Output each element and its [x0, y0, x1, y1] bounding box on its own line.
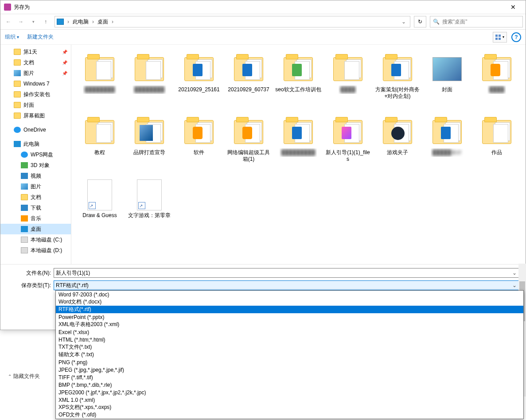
file-item[interactable]: 封面 [422, 51, 472, 114]
sidebar-item[interactable]: 图片 [0, 181, 71, 192]
sidebar-item[interactable]: 音乐 [0, 213, 71, 224]
file-item[interactable]: 20210929_25161 [174, 51, 224, 114]
tree-label: 操作安装包 [23, 91, 50, 98]
filetype-option[interactable]: OFD文件 (*.ofd) [56, 411, 523, 419]
tree-label: 3D 对象 [31, 162, 50, 169]
sidebar-item[interactable]: 第1天📌 [0, 47, 71, 57]
filetype-option[interactable]: TIFF (*.tiff,*.tif) [56, 373, 523, 381]
sidebar-item[interactable]: 视频 [0, 171, 71, 181]
file-item[interactable]: █████████ [273, 114, 323, 177]
file-label: 网络编辑超级工具箱(1) [224, 148, 273, 163]
sidebar-item[interactable]: WPS网盘 [0, 149, 71, 160]
sidebar-item[interactable]: 桌面 [0, 224, 71, 234]
search-input[interactable] [442, 19, 520, 25]
tree-label: 屏幕截图 [23, 112, 45, 120]
sidebar-item[interactable]: 3D 对象 [0, 160, 71, 171]
file-item[interactable]: ↗Draw & Guess [75, 177, 125, 240]
filetype-option[interactable]: HTML (*.htm;*.html) [56, 336, 523, 343]
new-folder-button[interactable]: 新建文件夹 [27, 33, 54, 41]
svg-rect-3 [499, 38, 501, 40]
file-item[interactable]: 新人引导(1)(1)_files [323, 114, 373, 177]
up-button[interactable]: ↑ [40, 16, 51, 27]
filetype-option[interactable]: XML 1.0 (*.xml) [56, 396, 523, 404]
filetype-dropdown-list[interactable]: Word 97-2003 (*.doc)Word文档 (*.docx)RTF格式… [55, 290, 524, 419]
sidebar-item[interactable]: OneDrive [0, 124, 71, 135]
filetype-option[interactable]: 辅助文本 (*.txt) [56, 351, 523, 358]
address-dropdown[interactable]: ⌄ [399, 16, 408, 27]
filetype-option[interactable]: BMP (*.bmp,*.dib,*.rle) [56, 381, 523, 389]
hide-folders-toggle[interactable]: 隐藏文件夹 [8, 319, 40, 420]
filetype-option[interactable]: TXT文件(*.txt) [56, 343, 523, 351]
sidebar-item[interactable]: Windows 7 [0, 78, 71, 89]
file-item[interactable]: ████ [472, 51, 522, 114]
file-item[interactable]: ████████ [125, 51, 174, 114]
file-thumb [281, 116, 316, 148]
file-thumb [231, 116, 266, 148]
forward-button[interactable]: → [16, 16, 26, 27]
tree-label: 本地磁盘 (D:) [31, 247, 62, 254]
breadcrumb-segment[interactable]: 此电脑 [71, 17, 90, 27]
sidebar-item[interactable]: 下载 [0, 202, 71, 213]
filetype-option[interactable]: Word文档 (*.docx) [56, 298, 523, 306]
breadcrumb: 此电脑›桌面› [71, 17, 114, 27]
file-item[interactable]: ████████ [75, 51, 125, 114]
tree-icon [14, 113, 21, 119]
filetype-option[interactable]: RTF格式(*.rtf) [56, 306, 523, 313]
tree-label: 视频 [31, 172, 41, 180]
file-item[interactable]: 软件 [174, 114, 224, 177]
file-item[interactable]: 教程 [75, 114, 125, 177]
sidebar-item[interactable]: 封面 [0, 100, 71, 110]
refresh-button[interactable]: ↻ [414, 16, 426, 27]
file-item[interactable]: 作品 [472, 114, 522, 177]
filetype-option[interactable]: PNG (*.png) [56, 358, 523, 366]
file-item[interactable]: ████ [323, 51, 373, 114]
filetype-option[interactable]: JPEG (*.jpg,*.jpeg,*.jpe,*.jif) [56, 366, 523, 373]
sidebar-item[interactable]: 本地磁盘 (D:) [0, 245, 71, 256]
file-label: 封面 [440, 86, 454, 94]
organize-button[interactable]: 组织 [5, 33, 19, 41]
filename-combo[interactable]: ⌄ [54, 268, 520, 278]
filename-input[interactable] [56, 270, 511, 276]
filename-dropdown[interactable]: ⌄ [511, 270, 518, 276]
filetype-combo[interactable]: RTF格式(*.rtf) ⌄ [54, 280, 520, 290]
tree-icon [21, 237, 28, 243]
sidebar-item[interactable]: 文档📌 [0, 57, 71, 68]
file-item[interactable]: 游戏夹子 [373, 114, 422, 177]
file-item[interactable]: 方案策划(对外商务+对内企划) [373, 51, 422, 114]
view-mode-button[interactable]: ▾ [493, 32, 507, 43]
file-item[interactable]: 品牌打造宣导 [125, 114, 174, 177]
tree-label: WPS网盘 [31, 151, 53, 159]
sidebar-item[interactable]: 此电脑 [0, 139, 71, 149]
pin-icon: 📌 [62, 50, 67, 54]
pc-icon [57, 19, 64, 25]
address-bar[interactable]: › 此电脑›桌面› ⌄ [55, 16, 410, 27]
breadcrumb-segment[interactable]: 桌面 [96, 17, 110, 27]
recent-dropdown[interactable]: ▾ [28, 16, 39, 27]
dialog-title: 另存为 [14, 4, 30, 11]
file-pane[interactable]: ████████████████20210929_2516120210929_6… [71, 45, 526, 264]
filetype-option[interactable]: XPS文档(*.xps,*.oxps) [56, 404, 523, 411]
close-button[interactable]: ✕ [504, 1, 522, 13]
sidebar-item[interactable]: 操作安装包 [0, 89, 71, 100]
sidebar-item[interactable]: 本地磁盘 (C:) [0, 234, 71, 245]
search-box[interactable]: 🔍 [430, 16, 523, 27]
tree-label: 封面 [23, 101, 34, 109]
file-item[interactable]: 20210929_60737 [224, 51, 273, 114]
back-button[interactable]: ← [3, 16, 14, 27]
file-item[interactable]: seo软文工作培训包 [273, 51, 323, 114]
filetype-option[interactable]: JPEG2000 (*.jpf,*.jpx,*.jp2,*.j2k,*.jpc) [56, 389, 523, 396]
file-item[interactable]: 网络编辑超级工具箱(1) [224, 114, 273, 177]
filetype-option[interactable]: PowerPoint (*.pptx) [56, 313, 523, 321]
filetype-option[interactable]: Word 97-2003 (*.doc) [56, 291, 523, 298]
sidebar-item[interactable]: 图片📌 [0, 68, 71, 78]
help-button[interactable]: ? [511, 32, 521, 42]
tree-icon [21, 152, 28, 158]
file-item[interactable]: █████修好 [422, 114, 472, 177]
sidebar-item[interactable]: 文档 [0, 192, 71, 202]
filetype-option[interactable]: Excel (*.xlsx) [56, 328, 523, 336]
file-item[interactable]: ↗文字游戏：第零章 [125, 177, 174, 240]
file-label: █████修好 [431, 148, 464, 157]
sidebar-item[interactable]: 屏幕截图 [0, 110, 71, 121]
filetype-dropdown[interactable]: ⌄ [511, 282, 518, 288]
filetype-option[interactable]: XML电子表格2003 (*.xml) [56, 321, 523, 328]
